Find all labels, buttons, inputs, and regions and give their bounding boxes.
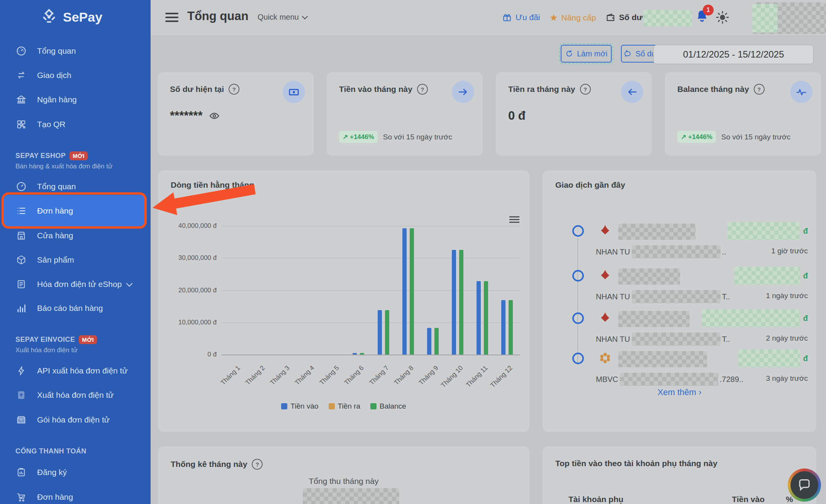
sidebar-item-tao-qr[interactable]: Tạo QR <box>4 113 146 136</box>
sidebar-item-don-hang[interactable]: Đơn hàng <box>4 195 146 227</box>
invoice-icon <box>15 278 27 290</box>
x-axis-labels: Tháng 1Tháng 2Tháng 3Tháng 4Tháng 5Tháng… <box>222 359 519 401</box>
view-more-link[interactable]: Xem thêm › <box>543 387 816 397</box>
chevron-down-icon <box>302 14 308 20</box>
bar-balance-Tháng-10[interactable] <box>459 250 463 355</box>
export-invoice-icon <box>15 389 27 401</box>
legend-item[interactable]: Tiền ra <box>329 402 360 411</box>
refresh-button[interactable]: Làm mới <box>561 45 612 63</box>
chat-bubble-icon <box>797 478 811 492</box>
bar-balance-Tháng-8[interactable] <box>410 228 414 355</box>
help-icon[interactable]: ? <box>580 84 591 95</box>
money-out-icon-button[interactable] <box>621 81 643 103</box>
growth-badge: ↗ +1446% <box>677 131 716 143</box>
sidebar-item-label: Gói hóa đơn điện tử <box>37 415 110 424</box>
bar-balance-Tháng-9[interactable] <box>434 328 439 355</box>
eye-icon[interactable] <box>209 110 220 122</box>
legend-item[interactable]: Balance <box>370 402 406 411</box>
bar-balance-Tháng-11[interactable] <box>484 281 488 355</box>
sidebar-item-dang-ky[interactable]: Đăng ký <box>4 461 146 484</box>
redacted-balance <box>643 10 692 26</box>
timeline-line <box>577 238 578 365</box>
sidebar-item-tong-quan[interactable]: Tổng quan <box>4 39 146 63</box>
sidebar-item-label: Giao dịch <box>37 71 71 80</box>
stat-card-title: Số dư hiện tại <box>170 85 224 94</box>
bar-tiền-vào-Tháng-8[interactable] <box>402 228 407 355</box>
sidebar-item-api-xuat-hoa-don[interactable]: API xuất hóa đơn điện tử <box>4 359 146 382</box>
theme-toggle[interactable] <box>715 10 730 25</box>
bank-logo-red <box>597 223 613 238</box>
bank-logo-red <box>597 268 613 283</box>
sidebar-item-ngan-hang[interactable]: Ngân hàng <box>4 88 146 111</box>
sidebar-item-label: API xuất hóa đơn điện tử <box>37 366 127 375</box>
top-subaccount-card: Top tiền vào theo tài khoản phụ tháng nà… <box>543 446 816 504</box>
store-icon <box>15 230 27 241</box>
new-badge: MỚI <box>79 335 97 344</box>
bar-tiền-vào-Tháng-10[interactable] <box>452 250 456 355</box>
bar-chart-icon <box>15 302 27 314</box>
brand[interactable]: SePay <box>41 8 102 25</box>
uu-dai-link[interactable]: Ưu đãi <box>502 12 540 22</box>
notification-bell[interactable]: 1 <box>694 8 710 25</box>
sidebar-item-xuat-hoa-don[interactable]: Xuất hóa đơn điện tử <box>4 384 146 407</box>
help-icon[interactable]: ? <box>417 84 428 95</box>
growth-badge: ↗ +1446% <box>339 131 378 143</box>
refresh-label: Làm mới <box>577 49 607 58</box>
bar-tiền-vào-Tháng-12[interactable] <box>501 300 505 355</box>
cashflow-chart-card: Dòng tiền hằng tháng 0 đ10,000,000 đ20,0… <box>158 170 529 432</box>
sidebar-item-giao-dich[interactable]: Giao dịch <box>4 64 146 87</box>
bank-icon <box>15 94 27 105</box>
bar-tiền-vào-Tháng-7[interactable] <box>378 310 382 355</box>
sidebar-item-eshop-tong-quan[interactable]: Tổng quan <box>4 175 146 198</box>
help-icon[interactable]: ? <box>229 84 239 95</box>
sidebar: SePay Tổng quan Giao dịch Ngân hàng Tạo … <box>0 0 151 504</box>
sidebar-item-san-pham[interactable]: Sản phẩm <box>4 248 146 272</box>
gridline <box>222 322 519 323</box>
quick-menu-label: Quick menu <box>258 13 299 22</box>
help-icon[interactable]: ? <box>252 459 263 470</box>
balance-icon-button[interactable] <box>790 81 812 103</box>
stat-card-title: Tiền vào tháng này <box>339 85 412 94</box>
legend-label: Tiền vào <box>290 402 318 411</box>
notification-badge: 1 <box>703 5 714 15</box>
sidebar-item-hoa-don-eshop[interactable]: Hóa đơn điện tử eShop <box>4 273 146 296</box>
package-icon <box>15 414 27 426</box>
banknote-icon-button[interactable] <box>283 81 305 103</box>
redacted-tx-name <box>618 268 680 285</box>
date-range-input[interactable]: 01/12/2025 - 15/12/2025 <box>653 45 814 64</box>
chart-menu-icon[interactable] <box>509 215 519 224</box>
bar-balance-Tháng-7[interactable] <box>385 310 389 355</box>
masked-balance-value: ******* <box>170 109 202 123</box>
help-icon[interactable]: ? <box>754 84 765 95</box>
y-tick-label: 0 đ <box>159 351 217 358</box>
sidebar-item-don-hang-payment[interactable]: Đơn hàng <box>4 485 146 504</box>
bar-tiền-vào-Tháng-11[interactable] <box>477 281 481 355</box>
new-badge: MỚI <box>70 151 88 160</box>
x-axis-line <box>222 355 520 355</box>
sidebar-item-label: Đơn hàng <box>37 206 73 216</box>
col-header-account: Tài khoản phụ <box>568 495 623 504</box>
gridline <box>222 290 519 291</box>
legend-label: Balance <box>380 402 406 411</box>
section-sepay-einvoice: SEPAY EINVOICE MỚI <box>15 335 97 344</box>
box-icon <box>15 254 27 266</box>
bar-tiền-vào-Tháng-9[interactable] <box>427 328 431 355</box>
nang-cap-link[interactable]: ★ Nâng cấp <box>550 12 596 23</box>
chat-widget-button[interactable] <box>788 468 821 502</box>
balance-display[interactable]: Số dư: <box>606 12 645 22</box>
stat-card-so-du-hien-tai: Số dư hiện tại ? ******* <box>158 72 314 156</box>
section-title: SEPAY EINVOICE <box>15 336 75 344</box>
bar-balance-Tháng-12[interactable] <box>509 300 513 355</box>
refresh-icon <box>565 49 573 58</box>
sidebar-item-goi-hoa-don[interactable]: Gói hóa đơn điện tử <box>4 408 146 431</box>
sidebar-item-label: Tạo QR <box>37 120 66 129</box>
sidebar-item-bao-cao-ban-hang[interactable]: Báo cáo bán hàng <box>4 297 146 320</box>
sidebar-item-label: Hóa đơn điện tử eShop <box>37 280 122 289</box>
hamburger-menu-icon[interactable] <box>165 10 178 24</box>
quick-menu-dropdown[interactable]: Quick menu <box>258 13 307 22</box>
money-in-icon-button[interactable] <box>452 81 474 103</box>
legend-item[interactable]: Tiền vào <box>281 402 318 411</box>
sidebar-item-cua-hang[interactable]: Cửa hàng <box>4 224 146 247</box>
currency-symbol: đ <box>803 354 808 363</box>
qr-icon <box>15 119 27 130</box>
